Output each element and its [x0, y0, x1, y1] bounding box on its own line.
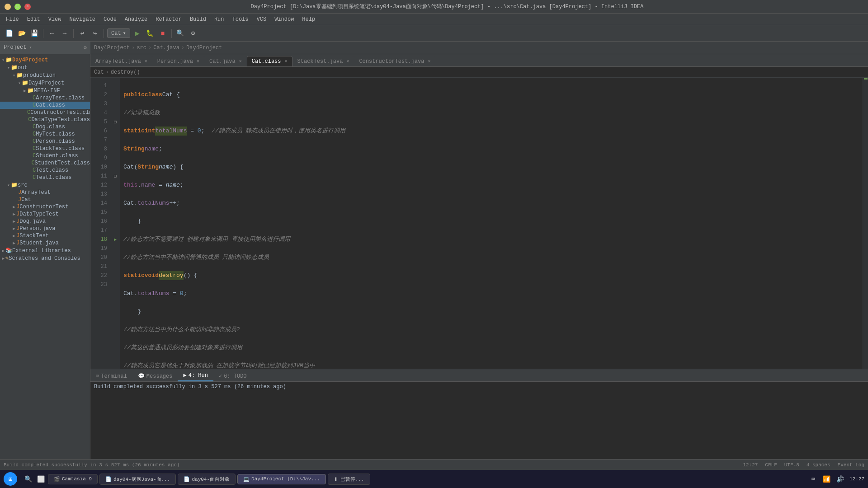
tray-network-icon[interactable]: 📶	[821, 474, 832, 484]
undo-button[interactable]: ↩	[77, 28, 88, 39]
tray-volume-icon[interactable]: 🔊	[835, 474, 846, 484]
menu-run[interactable]: Run	[211, 15, 228, 23]
status-event-log[interactable]: Event Log	[838, 462, 864, 468]
tree-dog-class[interactable]: C Dog.class	[0, 123, 90, 131]
breadcrumb-cat[interactable]: Cat.java	[153, 45, 179, 51]
fold-5-icon[interactable]: ⊟	[114, 119, 117, 125]
menu-tools[interactable]: Tools	[229, 15, 252, 23]
stacktest-expand-icon[interactable]: ▶	[13, 233, 15, 239]
redo-button[interactable]: ↪	[90, 28, 100, 39]
tree-src[interactable]: ▾ 📁 src	[0, 181, 90, 189]
maximize-button[interactable]: □	[14, 4, 21, 10]
scratches-expand-icon[interactable]: ▶	[2, 256, 5, 261]
student-expand-icon[interactable]: ▶	[13, 240, 15, 246]
tab-constructortest-close-icon[interactable]: ×	[428, 59, 430, 64]
tree-meta-inf[interactable]: ▶ 📁 META-INF	[0, 87, 90, 94]
tree-test-class[interactable]: C Test.class	[0, 167, 90, 174]
tab-stacktest[interactable]: StackTest.java ×	[292, 56, 354, 66]
breadcrumb-day4project[interactable]: Day4Project	[94, 45, 130, 51]
taskbar-camtasia[interactable]: 🎬 Camtasia 9	[48, 474, 98, 484]
breadcrumb-src[interactable]: src	[137, 45, 146, 51]
bottom-tab-messages[interactable]: 💬 Messages	[132, 371, 178, 381]
day4project-inner-expand-icon[interactable]: ▾	[18, 80, 21, 86]
tree-person-class[interactable]: C Person.class	[0, 138, 90, 145]
taskbar-intellij[interactable]: 💻 Day4Project [D:\\Jav...	[237, 474, 326, 484]
tree-day4project-inner[interactable]: ▾ 📁 Day4Project	[0, 79, 90, 87]
menu-help[interactable]: Help	[298, 15, 319, 23]
tree-person-java[interactable]: ▶ J Person.java	[0, 225, 90, 232]
editor-content[interactable]: 1 2 3 4 5 6 7 8 9 10 11 12 13 14 15 16 1	[90, 78, 868, 369]
run-config-dropdown[interactable]: Cat ▾	[107, 28, 130, 38]
menu-file[interactable]: File	[2, 15, 23, 23]
taskbar-day04-oop[interactable]: 📄 day04-面向对象	[178, 474, 236, 485]
menu-build[interactable]: Build	[186, 15, 210, 23]
tree-stacktest-java[interactable]: ▶ J StackTest	[0, 232, 90, 239]
start-button[interactable]: ⊞	[4, 472, 17, 486]
tree-datatypetest-java[interactable]: ▶ J DataTypeTest	[0, 211, 90, 218]
production-expand-icon[interactable]: ▾	[13, 73, 15, 78]
project-settings-icon[interactable]: ⚙	[84, 44, 87, 51]
tree-root[interactable]: ▾ 📁 Day4Project	[0, 56, 90, 64]
out-expand-icon[interactable]: ▾	[7, 65, 10, 70]
stop-button[interactable]: ■	[157, 28, 168, 39]
search-everywhere-button[interactable]: 🔍	[175, 28, 186, 39]
tree-stacktest-class[interactable]: C StackTest.class	[0, 145, 90, 152]
src-expand-icon[interactable]: ▾	[7, 183, 10, 188]
tree-student-java[interactable]: ▶ J Student.java	[0, 239, 90, 247]
tree-production[interactable]: ▾ 📁 production	[0, 71, 90, 79]
dog-expand-icon[interactable]: ▶	[13, 219, 15, 224]
menu-code[interactable]: Code	[100, 15, 120, 23]
taskbar-search-icon[interactable]: 🔍	[23, 474, 33, 484]
root-expand-icon[interactable]: ▾	[2, 57, 5, 63]
tray-keyboard-icon[interactable]: ⌨	[808, 474, 819, 484]
window-controls[interactable]: − □ ×	[5, 4, 31, 10]
tree-mytest-class[interactable]: C MyTest.class	[0, 131, 90, 138]
save-button[interactable]: 💾	[29, 28, 40, 39]
menu-analyze[interactable]: Analyze	[121, 15, 151, 23]
constructortest-expand-icon[interactable]: ▶	[13, 204, 15, 210]
debug-button[interactable]: 🐛	[145, 28, 156, 39]
tab-person-close-icon[interactable]: ×	[197, 59, 199, 64]
tree-scratches[interactable]: ▶ ✎ Scratches and Consoles	[0, 254, 90, 262]
new-file-button[interactable]: 📄	[4, 28, 14, 39]
datatypetest-expand-icon[interactable]: ▶	[13, 211, 15, 217]
back-button[interactable]: ←	[47, 28, 57, 39]
tree-arraytest-java[interactable]: J ArrayTest	[0, 189, 90, 196]
tree-out[interactable]: ▾ 📁 out	[0, 64, 90, 71]
tree-constructortest-class[interactable]: C ConstructorTest.class	[0, 109, 90, 116]
tab-person[interactable]: Person.java ×	[152, 56, 204, 66]
meta-inf-expand-icon[interactable]: ▶	[24, 88, 26, 94]
taskbar-task-view-icon[interactable]: ⬜	[35, 474, 46, 484]
tree-datatypetest-class[interactable]: C DataTypeTest.class	[0, 116, 90, 123]
breadcrumb-day4project-label[interactable]: Day4Project	[186, 45, 222, 51]
menu-vcs[interactable]: VCS	[253, 15, 270, 23]
person-expand-icon[interactable]: ▶	[13, 226, 15, 231]
tree-constructortest-java[interactable]: ▶ J ConstructorTest	[0, 203, 90, 211]
bottom-tab-todo[interactable]: ✓ 6: TODO	[213, 371, 252, 381]
bottom-tab-terminal[interactable]: ⌨ Terminal	[90, 371, 132, 381]
tab-arraytest[interactable]: ArrayTest.java ×	[90, 56, 152, 66]
close-button[interactable]: ×	[24, 4, 31, 10]
tree-external-libraries[interactable]: ▶ 📚 External Libraries	[0, 247, 90, 254]
menu-window[interactable]: Window	[271, 15, 297, 23]
menu-edit[interactable]: Edit	[24, 15, 44, 23]
taskbar-day04-java[interactable]: 📄 day04-病疾Java-面...	[99, 474, 176, 485]
minimize-button[interactable]: −	[5, 4, 11, 10]
settings-button[interactable]: ⚙	[188, 28, 198, 39]
taskbar-paused[interactable]: ⏸ 已暂停...	[328, 474, 370, 485]
menu-refactor[interactable]: Refactor	[152, 15, 185, 23]
tab-cat-java-close-icon[interactable]: ×	[239, 59, 242, 64]
fold-11-icon[interactable]: ⊟	[114, 174, 117, 179]
menu-navigate[interactable]: Navigate	[66, 15, 99, 23]
tree-dog-java[interactable]: ▶ J Dog.java	[0, 218, 90, 225]
tab-arraytest-close-icon[interactable]: ×	[145, 59, 147, 64]
open-button[interactable]: 📂	[16, 28, 27, 39]
menu-view[interactable]: View	[45, 15, 65, 23]
tab-constructortest[interactable]: ConstructorTest.java ×	[354, 56, 435, 66]
run-button[interactable]: ▶	[132, 28, 143, 39]
tree-student-class[interactable]: C Student.class	[0, 152, 90, 160]
ext-lib-expand-icon[interactable]: ▶	[2, 248, 5, 253]
tree-arraytest-class[interactable]: C ArrayTest.class	[0, 94, 90, 102]
run-18-icon[interactable]: ▶	[114, 237, 117, 242]
tab-cat-class-close-icon[interactable]: ×	[285, 59, 288, 64]
